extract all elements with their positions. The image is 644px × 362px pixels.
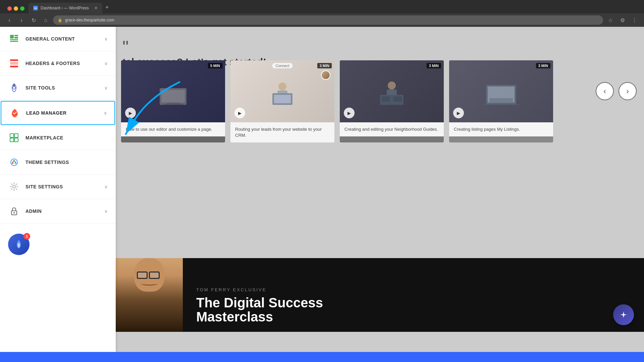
site-settings-icon bbox=[8, 181, 20, 193]
video-caption-2: Routing your leads from your website to … bbox=[230, 122, 334, 142]
site-tools-icon bbox=[8, 82, 20, 94]
address-bar[interactable]: 🔒 grace-dev.thesparksite.com bbox=[53, 15, 603, 25]
nav-back-button[interactable]: ‹ bbox=[5, 15, 14, 25]
sidebar-item-lead-manager[interactable]: LEAD MANAGER ∨ bbox=[1, 101, 115, 125]
nav-home-button[interactable]: ⌂ bbox=[41, 15, 50, 25]
nav-refresh-button[interactable]: ↻ bbox=[29, 15, 38, 25]
bottom-bar bbox=[0, 352, 644, 362]
video-duration-1: 5 MIN bbox=[208, 63, 222, 68]
address-url: grace-dev.thesparksite.com bbox=[65, 18, 114, 22]
sidebar-label-admin: ADMIN bbox=[25, 208, 104, 214]
chevron-general-content: ∨ bbox=[104, 36, 108, 42]
sidebar-item-site-settings[interactable]: SITE SETTINGS ∨ bbox=[0, 175, 116, 199]
svg-point-13 bbox=[11, 159, 17, 166]
svg-point-38 bbox=[623, 314, 625, 316]
next-arrow-button[interactable]: › bbox=[619, 82, 637, 100]
svg-rect-5 bbox=[10, 59, 18, 61]
browser-chrome: W Dashboard ‹ — WordPress ✕ + ‹ › ↻ ⌂ 🔒 … bbox=[0, 0, 644, 27]
sidebar-item-marketplace[interactable]: MARKETPLACE bbox=[0, 126, 116, 150]
svg-rect-12 bbox=[14, 138, 18, 142]
sidebar-label-site-settings: SITE SETTINGS bbox=[25, 184, 104, 189]
theme-settings-icon bbox=[8, 156, 20, 168]
chevron-headers-footers: ∨ bbox=[104, 61, 108, 66]
svg-point-17 bbox=[13, 185, 15, 188]
play-btn-2[interactable]: ▶ bbox=[234, 108, 245, 118]
svg-rect-1 bbox=[14, 35, 18, 36]
tab-favicon: W bbox=[33, 6, 38, 10]
tab-title: Dashboard ‹ — WordPress bbox=[41, 6, 92, 10]
promo-content: TOM FERRY EXCLUSIVE The Digital Success … bbox=[183, 279, 644, 332]
flame-icon[interactable]: 1 bbox=[8, 234, 30, 255]
lead-manager-icon bbox=[9, 107, 21, 119]
video-duration-4: 3 MIN bbox=[536, 63, 550, 68]
avatar-2 bbox=[321, 70, 330, 80]
sidebar-item-general-content[interactable]: GENERAL CONTENT ∨ bbox=[0, 27, 116, 51]
svg-rect-6 bbox=[10, 62, 18, 65]
sidebar-label-site-tools: SITE TOOLS bbox=[25, 85, 104, 90]
video-thumbnail-2: Connect 3 MIN ▶ bbox=[230, 60, 334, 122]
promo-eyebrow: TOM FERRY EXCLUSIVE bbox=[196, 287, 631, 292]
tab-close-icon[interactable]: ✕ bbox=[94, 6, 98, 10]
promo-title-line1: The Digital Success bbox=[196, 296, 631, 310]
browser-tab-active[interactable]: W Dashboard ‹ — WordPress ✕ bbox=[29, 3, 102, 13]
svg-point-28 bbox=[388, 81, 396, 89]
quote-mark: " bbox=[122, 40, 266, 54]
address-lock-icon: 🔒 bbox=[58, 18, 62, 22]
headers-footers-icon bbox=[8, 57, 20, 69]
svg-rect-9 bbox=[10, 134, 14, 137]
svg-point-19 bbox=[13, 212, 15, 214]
svg-rect-10 bbox=[14, 134, 18, 137]
traffic-light-red[interactable] bbox=[7, 6, 12, 11]
annotation-arrow bbox=[119, 79, 193, 139]
video-card-3[interactable]: 3 MIN ▶ Creating and editing your Neighb… bbox=[340, 60, 444, 142]
svg-rect-7 bbox=[10, 66, 18, 67]
bookmark-button[interactable]: ☆ bbox=[606, 15, 615, 25]
svg-rect-27 bbox=[274, 95, 291, 103]
extensions-button[interactable]: ⚙ bbox=[618, 15, 627, 25]
svg-rect-36 bbox=[489, 98, 513, 102]
play-btn-4[interactable]: ▶ bbox=[453, 108, 464, 118]
svg-point-16 bbox=[15, 162, 16, 164]
promo-title: The Digital Success Masterclass bbox=[196, 296, 631, 324]
svg-rect-31 bbox=[382, 97, 390, 102]
chevron-site-settings: ∨ bbox=[104, 184, 108, 189]
browser-toolbar: ‹ › ↻ ⌂ 🔒 grace-dev.thesparksite.com ☆ ⚙… bbox=[0, 13, 644, 27]
video-thumbnail-3: 3 MIN ▶ bbox=[340, 60, 444, 122]
video-caption-4: Creating listing pages My Listings. bbox=[449, 122, 553, 136]
sidebar-item-theme-settings[interactable]: THEME SETTINGS bbox=[0, 150, 116, 175]
prev-arrow-button[interactable]: ‹ bbox=[596, 82, 614, 100]
connect-label-2: Connect bbox=[272, 63, 293, 68]
svg-point-8 bbox=[13, 86, 15, 89]
play-btn-3[interactable]: ▶ bbox=[344, 108, 355, 118]
general-content-icon bbox=[8, 33, 20, 45]
video-caption-3: Creating and editing your Neighborhood G… bbox=[340, 122, 444, 136]
menu-button[interactable]: ⋮ bbox=[630, 15, 639, 25]
video-duration-2: 3 MIN bbox=[317, 63, 332, 68]
sidebar-item-headers-footers[interactable]: HEADERS & FOOTERS ∨ bbox=[0, 51, 116, 76]
nav-forward-button[interactable]: › bbox=[17, 15, 26, 25]
traffic-light-yellow[interactable] bbox=[14, 6, 18, 11]
sidebar-label-lead-manager: LEAD MANAGER bbox=[26, 110, 104, 116]
video-card-4[interactable]: 3 MIN ▶ Creating listing pages My Listin… bbox=[449, 60, 553, 142]
chevron-site-tools: ∨ bbox=[104, 85, 108, 90]
promo-person-image bbox=[116, 258, 183, 332]
chevron-lead-manager: ∨ bbox=[104, 110, 107, 116]
svg-point-24 bbox=[278, 82, 286, 90]
svg-rect-32 bbox=[393, 97, 402, 102]
new-tab-button[interactable]: + bbox=[102, 3, 112, 12]
svg-rect-2 bbox=[14, 37, 18, 39]
svg-point-14 bbox=[12, 162, 14, 164]
sidebar-label-general-content: GENERAL CONTENT bbox=[25, 36, 104, 42]
video-card-2[interactable]: Connect 3 MIN ▶ Routing your leads from … bbox=[230, 60, 334, 142]
traffic-lights bbox=[3, 6, 29, 13]
sidebar-item-admin[interactable]: ADMIN ∨ bbox=[0, 199, 116, 224]
promo-title-line2: Masterclass bbox=[196, 310, 631, 324]
promo-section: TOM FERRY EXCLUSIVE The Digital Success … bbox=[116, 258, 644, 332]
sidebar: GENERAL CONTENT ∨ HEADERS & FOOTERS ∨ bbox=[0, 27, 116, 352]
traffic-light-green[interactable] bbox=[20, 6, 24, 11]
ai-chat-button[interactable] bbox=[613, 304, 634, 325]
sparkle-icon bbox=[619, 310, 628, 319]
admin-icon bbox=[8, 205, 20, 217]
sidebar-item-site-tools[interactable]: SITE TOOLS ∨ bbox=[0, 76, 116, 100]
svg-rect-11 bbox=[10, 138, 14, 142]
